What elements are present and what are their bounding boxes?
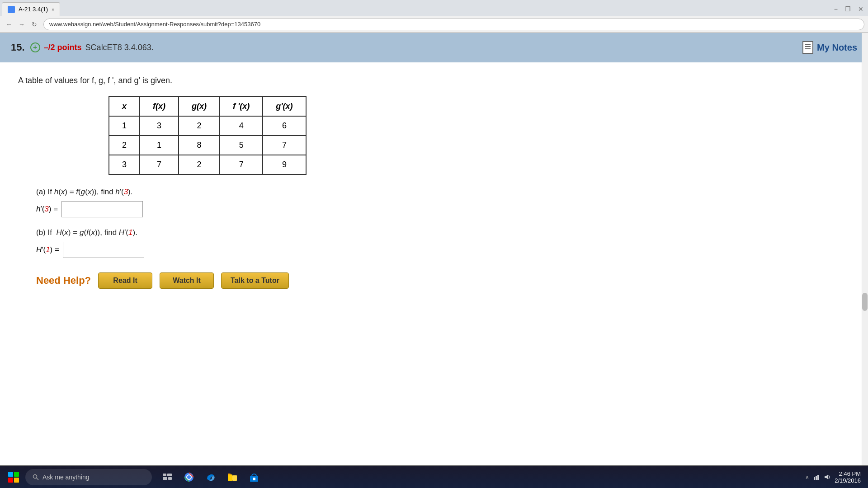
start-button[interactable] xyxy=(4,467,24,487)
col-x: x xyxy=(109,97,140,116)
forward-button[interactable]: → xyxy=(16,19,27,30)
file-explorer-taskbar-button[interactable] xyxy=(222,467,242,487)
svg-rect-4 xyxy=(163,477,167,480)
table-row: 37279 xyxy=(109,155,306,174)
browser-chrome: A-21 3.4(1) × − ❐ ✕ ← → ↻ xyxy=(0,0,868,33)
taskbar-right: ∧ 2:46 PM 2/19/2016 xyxy=(805,470,864,484)
points-label: –/2 points xyxy=(44,43,82,52)
clock-time: 2:46 PM xyxy=(835,470,861,477)
taskbar-search-label: Ask me anything xyxy=(42,474,90,481)
taskbar-search[interactable]: Ask me anything xyxy=(25,469,152,485)
table-cell: 3 xyxy=(109,155,140,174)
svg-rect-3 xyxy=(167,474,172,476)
taskbar: Ask me anything xyxy=(0,465,868,488)
svg-rect-14 xyxy=(814,477,815,480)
talk-to-tutor-button[interactable]: Talk to a Tutor xyxy=(221,272,289,289)
scrollbar[interactable] xyxy=(862,33,868,466)
values-table: x f(x) g(x) f '(x) g'(x) 132462185737279 xyxy=(108,96,307,175)
svg-rect-10 xyxy=(228,474,231,475)
svg-rect-15 xyxy=(816,476,817,480)
my-notes-button[interactable]: My Notes xyxy=(802,41,857,54)
part-b-input[interactable] xyxy=(63,242,144,258)
part-b-answer: H′(1) = xyxy=(36,242,796,258)
task-view-icon xyxy=(163,474,172,481)
browser-tab[interactable]: A-21 3.4(1) × xyxy=(2,2,60,16)
tray-arrow[interactable]: ∧ xyxy=(805,474,809,480)
store-icon xyxy=(249,472,259,483)
table-cell: 2 xyxy=(109,136,140,155)
part-b-question: (b) If H(x) = g(f(x)), find H′(1). xyxy=(36,228,796,237)
tab-bar: A-21 3.4(1) × − ❐ ✕ xyxy=(0,0,868,16)
svg-rect-2 xyxy=(163,474,166,476)
table-cell: 9 xyxy=(263,155,306,174)
tab-close-button[interactable]: × xyxy=(52,7,54,12)
refresh-button[interactable]: ↻ xyxy=(29,19,40,30)
chrome-taskbar-button[interactable] xyxy=(179,467,199,487)
back-button[interactable]: ← xyxy=(4,19,14,30)
window-restore-button[interactable]: ❐ xyxy=(842,5,854,14)
col-gx: g(x) xyxy=(179,97,220,116)
table-cell: 8 xyxy=(179,136,220,155)
part-a-input[interactable] xyxy=(61,201,143,217)
table-cell: 7 xyxy=(263,136,306,155)
scrollbar-thumb[interactable] xyxy=(862,293,868,311)
part-a-label: h′(3) = xyxy=(36,205,58,214)
svg-line-1 xyxy=(37,478,39,480)
problem-description: A table of values for f, g, f ', and g' … xyxy=(18,76,796,85)
table-cell: 7 xyxy=(220,155,263,174)
table-cell: 5 xyxy=(220,136,263,155)
plus-icon[interactable]: + xyxy=(30,42,40,52)
watch-it-button[interactable]: Watch It xyxy=(160,272,214,289)
svg-rect-5 xyxy=(168,477,172,480)
edge-taskbar-button[interactable] xyxy=(201,467,221,487)
part-a: (a) If h(x) = f(g(x)), find h′(3). h′(3)… xyxy=(18,188,796,217)
table-row: 13246 xyxy=(109,116,306,136)
window-controls: − ❐ ✕ xyxy=(831,5,868,14)
part-b: (b) If H(x) = g(f(x)), find H′(1). H′(1)… xyxy=(18,228,796,258)
svg-rect-9 xyxy=(228,474,232,481)
question-header: 15. + –/2 points SCalcET8 3.4.063. My No… xyxy=(0,33,868,62)
table-cell: 1 xyxy=(109,116,140,136)
window-minimize-button[interactable]: − xyxy=(831,5,840,14)
chrome-icon xyxy=(184,472,194,483)
edge-icon xyxy=(205,472,216,483)
table-row: 21857 xyxy=(109,136,306,155)
search-icon xyxy=(33,474,39,480)
need-help-label: Need Help? xyxy=(36,275,91,286)
window-close-button[interactable]: ✕ xyxy=(855,5,866,14)
nav-buttons: ← → ↻ xyxy=(4,19,40,30)
tab-title: A-21 3.4(1) xyxy=(19,6,48,13)
problem-id: SCalcET8 3.4.063. xyxy=(85,43,154,52)
content-area: 15. + –/2 points SCalcET8 3.4.063. My No… xyxy=(0,33,868,466)
svg-rect-16 xyxy=(817,475,819,480)
task-view-button[interactable] xyxy=(157,467,177,487)
windows-logo xyxy=(8,472,19,483)
table-cell: 7 xyxy=(140,155,179,174)
read-it-button[interactable]: Read It xyxy=(98,272,152,289)
store-taskbar-button[interactable] xyxy=(244,467,264,487)
notes-icon xyxy=(802,41,813,54)
taskbar-apps xyxy=(157,467,264,487)
network-icon xyxy=(813,474,820,481)
table-cell: 2 xyxy=(179,116,220,136)
col-gpx: g'(x) xyxy=(263,97,306,116)
clock[interactable]: 2:46 PM 2/19/2016 xyxy=(835,470,861,484)
clock-date: 2/19/2016 xyxy=(835,477,861,484)
table-cell: 1 xyxy=(140,136,179,155)
table-cell: 2 xyxy=(179,155,220,174)
tab-favicon xyxy=(8,6,15,13)
volume-icon xyxy=(824,474,831,481)
table-cell: 6 xyxy=(263,116,306,136)
svg-rect-11 xyxy=(232,475,237,481)
table-cell: 4 xyxy=(220,116,263,136)
part-a-question: (a) If h(x) = f(g(x)), find h′(3). xyxy=(36,188,796,197)
part-b-label: H′(1) = xyxy=(36,245,59,254)
need-help-section: Need Help? Read It Watch It Talk to a Tu… xyxy=(18,272,796,289)
table-cell: 3 xyxy=(140,116,179,136)
question-body: A table of values for f, g, f ', and g' … xyxy=(0,62,814,302)
address-bar: ← → ↻ xyxy=(0,16,868,33)
part-a-answer: h′(3) = xyxy=(36,201,796,217)
question-number: 15. xyxy=(11,42,25,53)
url-input[interactable] xyxy=(43,19,864,30)
svg-marker-17 xyxy=(825,474,828,479)
